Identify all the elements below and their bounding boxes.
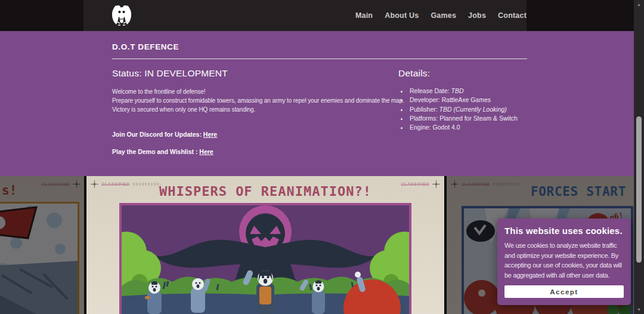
- discord-label: Join Our Discord for Updates:: [112, 131, 203, 138]
- game-info-section: D.O.T DEFENCE Status: IN DEVELOPMENT Wel…: [0, 31, 634, 176]
- accept-cookies-button[interactable]: Accept: [504, 285, 624, 298]
- cookie-body-line: be aggregated with all other user data.: [504, 270, 624, 281]
- page-title: D.O.T DEFENCE: [112, 42, 527, 51]
- scrollbar-thumb[interactable]: [636, 116, 642, 263]
- nav-item-games[interactable]: Games: [431, 11, 456, 20]
- demo-here-link[interactable]: Here: [199, 148, 213, 155]
- nav-item-contact[interactable]: Contact: [498, 11, 527, 20]
- cookie-consent-banner: This website uses cookies. We use cookie…: [497, 218, 631, 305]
- cookie-body-line: accepting our use of cookies, your data …: [504, 260, 624, 270]
- details-heading: Details:: [398, 68, 527, 79]
- scroll-down-icon[interactable]: ▼: [634, 306, 644, 313]
- demo-line: Play the Demo and Wishlist : Here: [112, 148, 398, 155]
- center-poster-title: WHISPERS OF REANIMATION?!: [86, 184, 444, 199]
- vertical-scrollbar[interactable]: ▲ ▼: [634, 0, 644, 314]
- scroll-up-icon[interactable]: ▲: [634, 1, 644, 8]
- nav-item-jobs[interactable]: Jobs: [468, 11, 486, 20]
- discord-here-link[interactable]: Here: [203, 131, 217, 138]
- poster-art-whispers: [119, 203, 411, 314]
- detail-platforms: Platforms: Planned for Steam & Switch: [408, 114, 527, 123]
- top-nav-bar: Main About Us Games Jobs Contact: [0, 0, 634, 31]
- detail-engine: Engine: Godot 4.0: [408, 123, 527, 132]
- description-line: Welcome to the frontline of defense!: [112, 87, 398, 96]
- nav-item-main[interactable]: Main: [355, 11, 373, 20]
- cookie-banner-body: We use cookies to analyze website traffi…: [504, 241, 624, 280]
- description-line: Prepare yourself to construct formidable…: [112, 96, 398, 105]
- status-heading: Status: IN DEVELOPMENT: [112, 68, 398, 79]
- nav-item-about-us[interactable]: About Us: [385, 11, 419, 20]
- game-description: Welcome to the frontline of defense! Pre…: [112, 87, 398, 114]
- title-divider: [112, 59, 527, 59]
- cookie-body-line: and optimize your website experience. By: [504, 251, 624, 261]
- main-navigation: Main About Us Games Jobs Contact: [355, 11, 527, 20]
- slide-dim-overlay: [0, 176, 84, 314]
- carousel-slide-previous[interactable]: s! CLASSIFIED: [0, 176, 84, 314]
- rattleaxe-logo-icon[interactable]: [110, 4, 133, 27]
- detail-publisher: Publisher: TBD (Currently Looking): [408, 105, 527, 114]
- detail-release-date: Release Date: TBD: [408, 87, 527, 96]
- cookie-body-line: We use cookies to analyze website traffi…: [504, 241, 624, 251]
- details-list: Release Date: TBD Developer: RattleAxe G…: [398, 87, 527, 132]
- top-nav-container: Main About Us Games Jobs Contact: [83, 0, 527, 31]
- cookie-banner-title: This website uses cookies.: [504, 226, 624, 236]
- carousel-slide-current[interactable]: CLASSIFIED CLASSIFIED WHISPERS OF REANIM…: [86, 176, 444, 314]
- detail-developer: Developer: RattleAxe Games: [408, 96, 527, 104]
- discord-line: Join Our Discord for Updates: Here: [112, 131, 398, 138]
- description-line: Victory is secured when only one HQ rema…: [112, 105, 398, 114]
- demo-label: Play the Demo and Wishlist :: [112, 148, 199, 155]
